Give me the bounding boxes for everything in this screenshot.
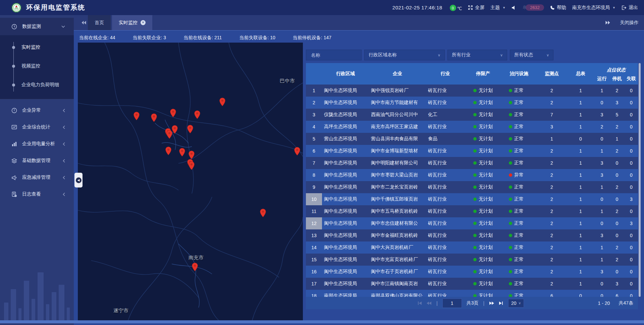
- table-row[interactable]: 8 阆中生态环境局 阆中市枣碧大梁山页岩 砖瓦行业 无计划 异常 2 1 3 0…: [306, 169, 638, 181]
- mute-button[interactable]: [512, 5, 516, 10]
- map-pin[interactable]: [189, 161, 195, 170]
- industry-filter-select[interactable]: 所有行业 ∨: [447, 50, 507, 60]
- map-pin[interactable]: [187, 125, 194, 133]
- sidebar-item-5[interactable]: 应急减排管理: [0, 169, 74, 186]
- cell-facility-status: 正常: [501, 229, 537, 241]
- table-row[interactable]: 1 阆中生态环境局 阆中强锐页岩砖厂 砖瓦行业 无计划 正常 2 1 1 2 0: [306, 85, 638, 97]
- logout-button[interactable]: 退出: [622, 5, 638, 11]
- map-pin[interactable]: [194, 110, 201, 119]
- table-row[interactable]: 5 营山生态环境局 营山县润丰肉食品有限 食品 无计划 正常 1 0 0 1 0: [306, 133, 638, 145]
- sidebar-subitem[interactable]: 实时监控: [0, 38, 74, 57]
- region-filter-select[interactable]: 行政区域名称 ∨: [364, 50, 445, 60]
- map-city-label: 遂宁市: [113, 308, 128, 314]
- map-pin[interactable]: [165, 147, 172, 155]
- table-row[interactable]: 12 阆中生态环境局 阆中市忠信建材有限公 砖瓦行业 无计划 正常 2 1 0 …: [306, 217, 638, 229]
- cell-monitor-count: 2: [537, 229, 567, 241]
- cell-industry: 砖瓦行业: [426, 290, 465, 297]
- table-row[interactable]: 7 阆中生态环境局 阆中明阳建材有限公司 砖瓦行业 无计划 正常 2 1 3 0…: [306, 157, 638, 169]
- status-filter-select[interactable]: 所有状态 ∨: [510, 50, 553, 60]
- cell-facility-status: 正常: [501, 217, 537, 229]
- sidebar-item-4[interactable]: 基础数据管理: [0, 152, 74, 169]
- sidebar-item-label: 日志查看: [22, 191, 41, 197]
- sidebar-item-6[interactable]: 日志查看: [0, 186, 74, 203]
- stat-item: 当前失联企业:3: [132, 35, 167, 41]
- sidebar-submenu: 实时监控 视频监控 企业电力负荷明细: [0, 35, 74, 99]
- table-row[interactable]: 4 高坪生态环境局 南充市高坪区王家店建 砖瓦行业 无计划 正常 3 1 2 2…: [306, 121, 638, 133]
- cell-industry: 化工: [426, 109, 465, 121]
- map-pin[interactable]: [294, 147, 301, 156]
- last-page-icon[interactable]: [499, 301, 503, 305]
- sidebar-subitem[interactable]: 视频监控: [0, 57, 74, 75]
- map-pin[interactable]: [260, 209, 266, 217]
- page-size-select[interactable]: 20 ∨: [508, 299, 524, 308]
- sidebar-subitem[interactable]: 企业电力负荷明细: [0, 75, 74, 94]
- sidebar-item-2[interactable]: 企业综合统计: [0, 119, 74, 136]
- next-page-icon[interactable]: [489, 301, 494, 305]
- map-pin[interactable]: [170, 109, 176, 117]
- map-pin[interactable]: [133, 112, 140, 120]
- status-filter-value: 所有状态: [514, 52, 533, 58]
- tab-realtime-monitor[interactable]: 实时监控 ✕: [112, 15, 152, 30]
- table-scrollbar[interactable]: [639, 63, 641, 297]
- sidebar-item-1[interactable]: 企业异常: [0, 102, 74, 119]
- status-dot-green: [473, 198, 477, 201]
- sidebar-collapse-button[interactable]: ◀: [74, 173, 83, 187]
- table-row[interactable]: 17 阆中生态环境局 阆中市江南镇阆南页岩 砖瓦行业 无计划 正常 2 1 0 …: [306, 278, 638, 290]
- map-pin[interactable]: [166, 130, 173, 139]
- table-row[interactable]: 14 阆中生态环境局 阆中大兴页岩机砖厂 砖瓦行业 无计划 正常 2 1 1 2…: [306, 241, 638, 254]
- horizontal-scrollbar[interactable]: [0, 320, 644, 323]
- cell-industry: 砖瓦行业: [426, 205, 465, 217]
- map-pin[interactable]: [179, 148, 185, 157]
- org-menu[interactable]: 南充市生态环境局 ▼: [572, 5, 615, 11]
- tab-home[interactable]: 首页: [88, 15, 111, 30]
- table-row[interactable]: 9 阆中生态环境局 阆中市二龙长宝页岩砖 砖瓦行业 无计划 正常 2 1 1 2…: [306, 181, 638, 193]
- table-row[interactable]: 13 阆中生态环境局 阆中市金福旺页岩机砖 砖瓦行业 无计划 正常 2 1 3 …: [306, 229, 638, 241]
- cell-down-count: 2: [609, 121, 625, 133]
- fullscreen-button[interactable]: 全屏: [468, 5, 484, 11]
- page-number-input[interactable]: [442, 299, 462, 308]
- name-filter-input[interactable]: [310, 52, 355, 58]
- name-filter[interactable]: [306, 50, 362, 60]
- cell-stop-status: 无计划: [465, 266, 501, 278]
- table-row[interactable]: 2 阆中生态环境局 阆中市南方节能建材有 砖瓦行业 无计划 正常 2 1 0 3…: [306, 97, 638, 109]
- first-page-icon[interactable]: [417, 301, 422, 305]
- map-pin[interactable]: [192, 263, 198, 271]
- notification-area[interactable]: 2632: [522, 4, 544, 11]
- cell-region: 阆中生态环境局: [322, 145, 369, 157]
- theme-button[interactable]: 主题 ▼: [490, 5, 505, 11]
- table-row[interactable]: 16 阆中生态环境局 阆中市石子页岩机砖厂 砖瓦行业 无计划 正常 2 1 3 …: [306, 266, 638, 278]
- map-panel[interactable]: 巴中市南充市遂宁市: [78, 43, 303, 320]
- cell-stop-status: 无计划: [465, 169, 501, 181]
- chart-icon: [11, 141, 18, 147]
- tabs-scroll-left-icon[interactable]: [81, 20, 87, 25]
- exit-label: 退出: [629, 5, 638, 11]
- chevron-down-icon: ∨: [519, 301, 521, 305]
- status-dot-green: [473, 125, 477, 128]
- help-button[interactable]: 帮助: [550, 5, 566, 11]
- prev-page-icon[interactable]: [427, 301, 432, 305]
- table-row[interactable]: 3 仪陇生态环境局 西南油气田分公司川中 化工 无计划 正常 7 1 3 5 0: [306, 109, 638, 121]
- close-operations-button[interactable]: 关闭操作: [620, 20, 639, 26]
- cell-lost-count: 0: [625, 278, 638, 290]
- cell-facility-status: 正常: [501, 193, 537, 205]
- close-tab-icon[interactable]: ✕: [141, 20, 146, 25]
- map-pin[interactable]: [189, 151, 195, 159]
- chevron-down-icon: ∨: [438, 53, 440, 57]
- cell-run-count: 2: [594, 121, 609, 133]
- cell-stop-status: 无计划: [465, 290, 501, 297]
- status-dot-green: [473, 161, 477, 165]
- map-pin[interactable]: [151, 113, 157, 122]
- cell-industry: 砖瓦行业: [426, 266, 465, 278]
- cell-down-count: 2: [609, 145, 625, 157]
- table-row[interactable]: 11 阆中生态环境局 阆中市五马桥页岩机砖 砖瓦行业 无计划 正常 2 1 1 …: [306, 205, 638, 217]
- log-icon: [11, 192, 18, 197]
- sidebar-item-0[interactable]: 数据监测: [0, 18, 74, 35]
- table-row[interactable]: 6 阆中生态环境局 阆中市金博瑞新型墙材 砖瓦行业 无计划 正常 2 1 1 2…: [306, 145, 638, 157]
- table-row[interactable]: 10 阆中生态环境局 阆中千佛镇五郎垭页岩 砖瓦行业 无计划 正常 2 1 0 …: [306, 193, 638, 205]
- table-row[interactable]: 15 阆中生态环境局 阆中市光富页岩机砖厂 砖瓦行业 无计划 正常 2 1 1 …: [306, 254, 638, 266]
- col-facility: 治污设施: [501, 63, 537, 85]
- table-row[interactable]: 18 南部生态环境局 南部县双佛山页岩有限公 砖瓦行业 无计划 正常 6 0 0…: [306, 290, 638, 297]
- map-pin[interactable]: [219, 98, 226, 106]
- sidebar-item-3[interactable]: 企业用电量分析: [0, 136, 74, 152]
- tabs-scroll-right-icon[interactable]: [605, 20, 610, 25]
